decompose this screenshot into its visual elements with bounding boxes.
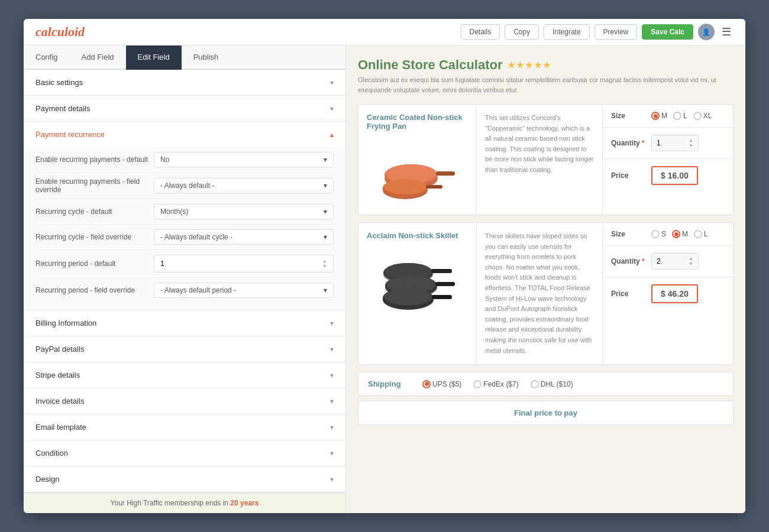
price-label-2: Price (611, 290, 647, 298)
accordion-header-invoice-details[interactable]: Invoice details ▾ (24, 388, 345, 414)
chevron-down-icon: ▾ (330, 423, 334, 432)
period-default-input[interactable]: ▲▼ (154, 255, 334, 273)
size-option-M-2[interactable]: M (672, 230, 688, 238)
quantity-option-row-2: Quantity 2 ▲▼ (603, 246, 733, 277)
size-option-S-2[interactable]: S (651, 230, 666, 238)
tab-publish[interactable]: Publish (182, 46, 231, 70)
quantity-spinner-1[interactable]: ▲▼ (689, 138, 693, 148)
spinner-icon[interactable]: ▲▼ (322, 258, 327, 269)
accordion-header-payment-recurrence[interactable]: Payment recurrence ▴ (24, 122, 345, 147)
radio-selected-M (651, 112, 660, 120)
product-desc-2: These skillets have sloped sides so you … (477, 223, 603, 364)
hamburger-icon[interactable]: ☰ (719, 25, 734, 38)
size-option-L-2[interactable]: L (694, 230, 708, 238)
product-name-2: Acclaim Non-stick Skillet (367, 231, 468, 240)
dropdown-arrow-icon: ▾ (324, 233, 327, 241)
product-card-1: Ceramic Coated Non-stick Frying Pan (358, 104, 734, 215)
shipping-option-fedex[interactable]: FedEx ($7) (473, 380, 518, 388)
size-option-L-1[interactable]: L (673, 112, 687, 120)
product-options-1: Size M L XL (603, 105, 733, 215)
frying-pan-orange-svg (370, 138, 458, 203)
accordion-basic-settings: Basic settings ▾ (24, 70, 345, 96)
cycle-override-dropdown[interactable]: - Always default cycle - ▾ (154, 229, 334, 245)
accordion-stripe-details: Stripe details ▾ (24, 362, 345, 388)
accordion-header-design[interactable]: Design ▾ (24, 466, 345, 492)
accordion-header-billing-information[interactable]: Billing Information ▾ (24, 310, 345, 336)
product-info-2: Acclaim Non-stick Skillet (358, 223, 477, 364)
preview-button[interactable]: Preview (594, 24, 638, 40)
radio-fedex (473, 380, 482, 388)
main-layout: Config Add Field Edit Field Publish Basi… (24, 46, 745, 513)
copy-button[interactable]: Copy (505, 24, 539, 40)
topbar-actions: Details Copy Integrate Preview Save Calc… (461, 24, 734, 40)
accordion-payment-details: Payment details ▾ (24, 96, 345, 122)
form-row-cycle-default: Recurring cycle - default Month(s) ▾ (35, 199, 334, 225)
product-desc-1: This set utilizes Concord's "Copperamic"… (477, 105, 603, 215)
accordion-header-stripe-details[interactable]: Stripe details ▾ (24, 362, 345, 388)
cycle-default-dropdown[interactable]: Month(s) ▾ (154, 204, 334, 219)
quantity-input-2[interactable]: 2 ▲▼ (651, 253, 699, 270)
quantity-label-1: Quantity (611, 139, 647, 147)
accordion-header-condition[interactable]: Condition ▾ (24, 440, 345, 466)
quantity-spinner-2[interactable]: ▲▼ (689, 256, 693, 267)
product-card-2: Acclaim Non-stick Skillet (358, 222, 734, 365)
accordion-header-email-template[interactable]: Email template ▾ (24, 414, 345, 440)
dropdown-arrow-icon: ▾ (324, 155, 327, 164)
quantity-input-1[interactable]: 1 ▲▼ (651, 135, 699, 151)
right-panel: Online Store Calculator ★★★★★ Olecatisim… (346, 46, 745, 513)
chevron-down-icon: ▾ (330, 475, 334, 484)
tab-config[interactable]: Config (24, 46, 70, 70)
form-row-enable-recurring-override: Enable recurring payments - field overri… (35, 173, 334, 199)
accordion-email-template: Email template ▾ (24, 414, 345, 440)
accordion-header-payment-details[interactable]: Payment details ▾ (24, 96, 345, 121)
product-name-1: Ceramic Coated Non-stick Frying Pan (367, 113, 468, 131)
svg-rect-7 (426, 185, 442, 189)
period-default-field[interactable] (160, 259, 294, 268)
shipping-option-ups[interactable]: UPS ($5) (422, 380, 461, 388)
quantity-label-2: Quantity (611, 257, 647, 265)
accordion-paypal-details: PayPal details ▾ (24, 336, 345, 362)
product-info-1: Ceramic Coated Non-stick Frying Pan (358, 105, 477, 215)
shipping-label: Shipping (368, 379, 415, 388)
integrate-button[interactable]: Integrate (544, 24, 589, 40)
form-row-period-default: Recurring period - default ▲▼ (35, 250, 334, 278)
svg-rect-3 (436, 171, 455, 176)
chevron-down-icon: ▾ (330, 371, 334, 379)
shipping-option-dhl[interactable]: DHL ($10) (531, 380, 573, 388)
product-image-1 (367, 135, 461, 206)
radio-S (651, 230, 660, 238)
svg-rect-19 (432, 295, 452, 299)
size-option-XL-1[interactable]: XL (693, 112, 712, 120)
topbar: calculoid Details Copy Integrate Preview… (24, 19, 745, 46)
bottom-bar: Your High Traffic membership ends in 20 … (24, 492, 345, 513)
save-calc-button[interactable]: Save Calc (642, 24, 693, 40)
radio-L (673, 112, 681, 120)
enable-recurring-default-dropdown[interactable]: No ▾ (154, 152, 334, 167)
chevron-down-icon: ▾ (330, 105, 334, 113)
accordion-header-paypal-details[interactable]: PayPal details ▾ (24, 336, 345, 362)
accordion-header-basic-settings[interactable]: Basic settings ▾ (24, 70, 345, 95)
chevron-down-icon: ▾ (330, 79, 334, 87)
size-option-row-2: Size S M L (603, 223, 733, 246)
size-option-M-1[interactable]: M (651, 112, 667, 120)
tab-add-field[interactable]: Add Field (70, 46, 126, 70)
tab-edit-field[interactable]: Edit Field (126, 46, 182, 70)
details-button[interactable]: Details (461, 24, 500, 40)
enable-recurring-override-dropdown[interactable]: - Always default - ▾ (154, 178, 334, 193)
period-override-dropdown[interactable]: - Always default period - ▾ (154, 283, 334, 298)
chevron-down-icon: ▾ (330, 449, 334, 458)
size-label-1: Size (611, 112, 647, 120)
star-rating: ★★★★★ (508, 60, 552, 70)
main-window: calculoid Details Copy Integrate Preview… (24, 19, 745, 513)
radio-dhl (531, 380, 539, 388)
quantity-option-row-1: Quantity 1 ▲▼ (603, 128, 733, 159)
product-options-2: Size S M L (603, 223, 733, 364)
size-option-row-1: Size M L XL (603, 105, 733, 128)
form-row-period-override: Recurring period - field override - Alwa… (35, 278, 334, 303)
product-image-2 (367, 245, 461, 316)
size-radio-group-2: S M L (651, 230, 708, 238)
avatar[interactable]: 👤 (698, 24, 715, 40)
accordion-condition: Condition ▾ (24, 440, 345, 466)
chevron-down-icon: ▾ (330, 319, 334, 327)
accordion-content-payment-recurrence: Enable recurring payments - default No ▾… (24, 147, 345, 310)
